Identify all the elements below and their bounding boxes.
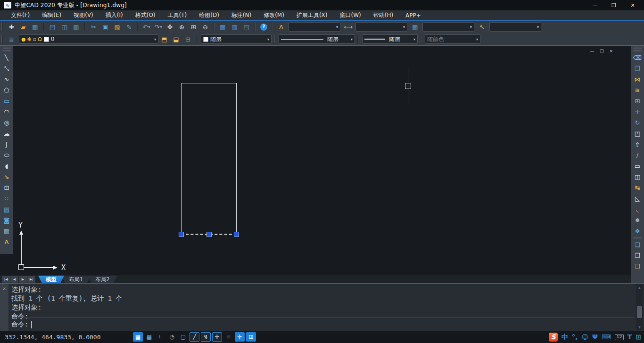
prev-tab-button[interactable]: ◀ [10,276,18,283]
command-close-button[interactable]: ✕ [0,284,8,331]
punctuation-icon[interactable]: °, [572,334,578,340]
tool-palettes-icon[interactable]: ▥ [229,22,240,32]
scroll-down-icon[interactable]: ▼ [638,324,641,330]
minimize-button[interactable]: — [586,0,604,10]
zoom-realtime-icon[interactable]: ⊕ [176,22,187,32]
menu-item[interactable]: 窗口(W) [333,10,367,20]
style-icon[interactable]: A [276,22,287,32]
rectangle-left-edge[interactable] [181,83,182,232]
linetype-select[interactable]: 随层 ▾ [279,34,355,44]
style-select[interactable]: ▾ [355,22,407,32]
polar-tracking-toggle[interactable]: ◔ [167,332,177,342]
menu-item[interactable]: 视图(V) [67,10,99,20]
style-select[interactable]: ▾ [289,22,340,32]
scrollbar-track[interactable] [636,291,643,324]
hatch-icon[interactable]: ▨ [1,204,12,215]
trim-icon[interactable]: ∕ [632,150,643,161]
style-select[interactable]: ▾ [489,22,541,32]
soft-keyboard-icon[interactable]: ⌨ [602,334,611,340]
bring-to-front-icon[interactable]: ❏ [632,239,643,250]
line-icon[interactable]: ╲ [1,52,12,63]
grid-display-toggle[interactable]: ▦ [133,332,143,342]
grip-endpoint-right[interactable] [234,232,239,237]
polygon-icon[interactable]: ⬠ [1,85,12,96]
style-icon[interactable]: ↖ [477,22,487,32]
zoom-window-icon[interactable]: ⊞ [188,22,199,32]
ellipse-arc-icon[interactable]: ◖ [1,161,12,172]
mirror-icon[interactable]: ⋈ [632,74,643,85]
menu-item[interactable]: 扩展工具(X) [290,10,334,20]
copy-icon[interactable]: ❐ [632,63,643,74]
style-icon[interactable]: ▦ [410,22,421,32]
style-select[interactable]: ▾ [422,22,474,32]
drawing-canvas[interactable]: —❐✕ Y X [13,46,631,275]
menu-item[interactable]: 格式(O) [129,10,162,20]
object-snap-tracking-toggle[interactable]: ↯ [201,332,211,342]
fillet-icon[interactable]: ◟ [632,204,643,215]
toolbar-grip[interactable] [633,237,642,238]
undo-icon[interactable]: ↶▾ [141,22,152,32]
array-icon[interactable]: ⊞ [632,96,643,106]
revision-cloud-icon[interactable]: ☁ [1,128,12,139]
move-icon[interactable]: ✛ [632,106,643,117]
annotation-visibility-toggle[interactable]: ▢ [178,332,188,342]
menu-item[interactable]: 文件(F) [5,10,36,20]
snap-mode-toggle[interactable]: ▦ [144,332,154,342]
scroll-up-icon[interactable]: ▲ [638,284,641,291]
menu-item[interactable]: 绘图(D) [193,10,225,20]
table-icon[interactable]: ▦ [1,226,12,237]
gradient-icon[interactable]: ◙ [1,215,12,226]
toolbar-grip[interactable] [2,48,11,49]
ellipse-icon[interactable]: ⬭ [1,150,12,161]
rotate-icon[interactable]: ↻ [632,117,643,128]
menu-item[interactable]: 标注(N) [225,10,257,20]
skin-icon[interactable]: T [627,334,632,340]
erase-icon[interactable]: ⌫ [632,52,643,63]
menu-item[interactable]: 编辑(E) [36,10,67,20]
rectangle-icon[interactable]: ▭ [1,96,12,106]
send-to-back-icon[interactable]: ❐ [632,250,643,261]
menu-item[interactable]: 修改(M) [257,10,290,20]
spline-icon[interactable]: ʃ [1,139,12,150]
doc-restore-button[interactable]: ❐ [600,49,603,54]
explode-icon[interactable]: ✸ [632,215,643,226]
scrollbar-thumb[interactable] [637,306,642,318]
match-properties-icon[interactable]: ✎ [124,22,134,32]
rectangle-top-edge[interactable] [181,83,237,83]
lineweight-display-toggle[interactable]: ≡ [223,332,233,342]
properties-palette-icon[interactable]: ▤ [241,22,252,32]
help-icon[interactable]: ? [258,22,269,32]
object-snap-toggle[interactable]: ╱ [190,332,199,342]
cut-icon[interactable]: ✂ [88,22,99,32]
layer-manager-button[interactable]: ≣ [6,34,17,44]
dynamic-ucs-toggle[interactable]: ✛ [235,332,245,342]
menu-item[interactable]: 工具(T) [162,10,193,20]
paste-icon[interactable]: ▧ [112,22,123,32]
tab-layout2[interactable]: 布局2 [88,276,117,283]
voice-input-icon[interactable]: Ψ [592,334,598,340]
toolbar-grip[interactable] [1,23,3,31]
toolbar-grip[interactable] [633,48,642,49]
stretch-icon[interactable]: ⇧ [632,139,643,150]
save-icon[interactable]: ▦ [30,22,41,32]
copy-clip-icon[interactable]: ▣ [100,22,111,32]
sogou-input-icon[interactable]: S [549,333,558,342]
make-block-icon[interactable]: ⊡ [1,182,12,193]
circle-icon[interactable]: ◎ [1,117,12,128]
arc-icon[interactable]: ◠ [1,106,12,117]
doc-minimize-button[interactable]: — [590,49,594,54]
last-tab-button[interactable]: ▶| [27,276,35,283]
menu-item[interactable]: 插入(I) [99,10,129,20]
insert-block-icon[interactable]: ⇘ [1,172,12,182]
login-12-icon[interactable]: 12 [615,334,624,340]
break-icon[interactable]: ◫ [632,172,643,182]
join-icon[interactable]: ↹ [632,182,643,193]
mtext-icon[interactable]: A [1,237,12,247]
draw-order-icon[interactable]: ❒ [632,261,643,272]
emoji-icon[interactable]: ☺ [581,334,588,340]
style-icon[interactable]: ⟷ [343,22,354,32]
toolbox-icon[interactable]: ⊞ [636,334,641,340]
command-scrollbar[interactable]: ▲ ▼ [636,284,643,330]
lineweight-select[interactable]: 随层 ▾ [362,34,418,44]
menu-item[interactable]: 帮助(H) [367,10,399,20]
